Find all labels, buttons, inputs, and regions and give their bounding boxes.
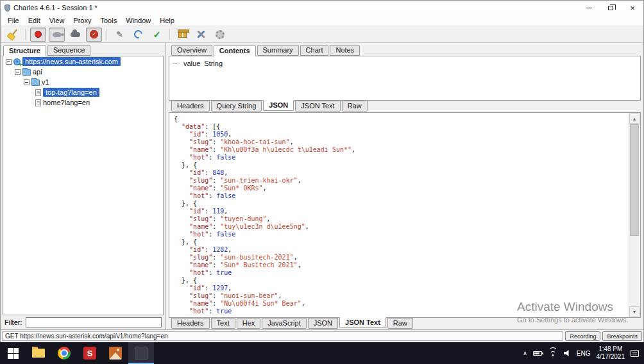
json-line: "id": 1050,: [174, 131, 625, 138]
vertical-scrollbar[interactable]: ▲ ▼: [629, 113, 640, 317]
tray-expand-chevron[interactable]: ∧: [523, 350, 527, 356]
battery-icon[interactable]: [533, 351, 542, 356]
settings-button[interactable]: [212, 28, 228, 42]
recording-toggle-button[interactable]: Recording: [565, 331, 600, 341]
json-code: { "data": [{ "id": 1050, "slug": "khoa-h…: [171, 114, 628, 316]
record-button[interactable]: [30, 28, 46, 42]
tree-row-root[interactable]: https://news.sun-asterisk.com: [3, 56, 163, 67]
tab-res-json[interactable]: JSON: [308, 318, 338, 329]
tab-req-json-text[interactable]: JSON Text: [295, 101, 340, 112]
active-app-button[interactable]: [128, 342, 154, 364]
clock[interactable]: 1:48 PM 4/17/2021: [597, 345, 625, 361]
tree-row-top-tag[interactable]: top-tag?lang=en: [3, 87, 163, 97]
json-line: "id": 1282,: [174, 246, 625, 254]
charles-window: Charles 4.6.1 - Session 1 * × File Edit …: [0, 0, 644, 342]
menu-tools[interactable]: Tools: [96, 16, 121, 25]
tree-row-home[interactable]: home?lang=en: [3, 97, 163, 108]
json-line: "slug": "nuoi-sun-bear",: [174, 292, 625, 300]
tree-leaf-label: home?lang=en: [43, 99, 90, 106]
turtle-icon: [53, 32, 62, 37]
tab-res-headers[interactable]: Headers: [171, 318, 210, 329]
json-line: "slug": "sun-busitech-2021",: [174, 254, 625, 261]
language-indicator[interactable]: ENG: [577, 350, 591, 357]
tab-sequence[interactable]: Sequence: [47, 45, 91, 56]
tab-req-query-string[interactable]: Query String: [211, 101, 262, 112]
contents-panel: Overview Contents Summary Chart Notes va…: [166, 43, 643, 329]
tab-structure[interactable]: Structure: [3, 46, 46, 56]
folder-icon: [22, 69, 31, 76]
clear-session-button[interactable]: [4, 28, 21, 42]
charles-app-icon: [4, 4, 10, 12]
collapse-icon[interactable]: [24, 79, 30, 85]
tab-chart[interactable]: Chart: [300, 45, 329, 56]
repeat-button[interactable]: [130, 28, 146, 42]
collapse-icon[interactable]: [15, 69, 21, 75]
tab-res-javascript[interactable]: JavaScript: [262, 318, 306, 329]
tree-folder-label: v1: [42, 78, 49, 86]
tree-row-v1[interactable]: v1: [3, 77, 163, 87]
throttle-button[interactable]: [49, 28, 65, 42]
pencil-icon: ✎: [116, 30, 123, 38]
tab-res-hex[interactable]: Hex: [237, 318, 261, 329]
json-line: "name": "Sun* Busitech 2021",: [174, 261, 625, 269]
breakpoints-toggle-button[interactable]: Breakpoints: [602, 331, 642, 341]
tab-req-headers[interactable]: Headers: [171, 101, 210, 112]
request-body-panel: value String: [169, 56, 641, 101]
json-line: "name": "tuy\u1ec3n d\u1ee5ng",: [174, 223, 625, 231]
json-tree-row[interactable]: value String: [173, 60, 636, 67]
json-line: {: [174, 115, 625, 123]
menu-file[interactable]: File: [3, 16, 24, 25]
tab-overview[interactable]: Overview: [171, 45, 212, 56]
menu-edit[interactable]: Edit: [24, 16, 45, 25]
tab-notes[interactable]: Notes: [330, 45, 360, 56]
minimize-button[interactable]: [578, 1, 600, 15]
json-line: "slug": "tuyen-dung",: [174, 215, 625, 223]
menu-bar: File Edit View Proxy Tools Window Help: [1, 15, 643, 26]
filter-input[interactable]: [26, 317, 162, 327]
status-bar: GET https://news.sun-asterisk.com/api/v1…: [1, 329, 643, 342]
restore-button[interactable]: [600, 1, 622, 15]
screen: Charles 4.6.1 - Session 1 * × File Edit …: [0, 0, 644, 364]
start-button[interactable]: [0, 342, 26, 364]
globe-icon: [13, 58, 21, 65]
collapse-icon[interactable]: [6, 59, 12, 65]
tab-res-json-text[interactable]: JSON Text: [339, 317, 386, 328]
scroll-up-arrow[interactable]: ▲: [629, 113, 640, 124]
breakpoints-button[interactable]: ✓: [86, 28, 102, 42]
validate-button[interactable]: ✓: [149, 28, 165, 42]
tab-req-json[interactable]: JSON: [263, 100, 294, 111]
file-explorer-button[interactable]: [26, 342, 51, 364]
menu-view[interactable]: View: [45, 16, 69, 25]
action-center-icon[interactable]: [631, 350, 639, 357]
tools-button[interactable]: [193, 28, 209, 42]
request-tab-strip: Headers Query String JSON JSON Text Raw: [169, 101, 641, 112]
scrollbar-thumb[interactable]: [630, 124, 639, 236]
dark-app-icon: [135, 347, 148, 360]
json-line: }, {: [174, 238, 625, 246]
gift-button[interactable]: [174, 28, 191, 42]
wifi-icon[interactable]: [548, 350, 558, 357]
menu-proxy[interactable]: Proxy: [69, 16, 96, 25]
close-button[interactable]: ×: [622, 1, 643, 15]
menu-help[interactable]: Help: [155, 16, 179, 25]
tab-res-raw[interactable]: Raw: [387, 318, 413, 329]
photos-button[interactable]: [103, 342, 128, 364]
json-line: }, {: [174, 161, 625, 169]
tab-contents[interactable]: Contents: [214, 46, 256, 56]
cloud-button[interactable]: [67, 28, 83, 42]
tab-req-raw[interactable]: Raw: [342, 101, 368, 112]
menu-window[interactable]: Window: [121, 16, 155, 25]
volume-icon[interactable]: [564, 350, 571, 356]
compose-button[interactable]: ✎: [112, 28, 128, 42]
document-icon: [35, 89, 41, 96]
scroll-down-arrow[interactable]: ▼: [629, 306, 640, 317]
app-s-button[interactable]: S: [77, 342, 103, 364]
document-icon: [35, 99, 41, 106]
json-line: }, {: [174, 200, 625, 208]
filter-row: Filter:: [1, 315, 165, 329]
tab-summary[interactable]: Summary: [257, 45, 299, 56]
tree-row-api[interactable]: api: [3, 67, 163, 77]
chrome-button[interactable]: [51, 342, 77, 364]
tab-res-text[interactable]: Text: [211, 318, 235, 329]
json-tree-type: String: [204, 60, 223, 67]
